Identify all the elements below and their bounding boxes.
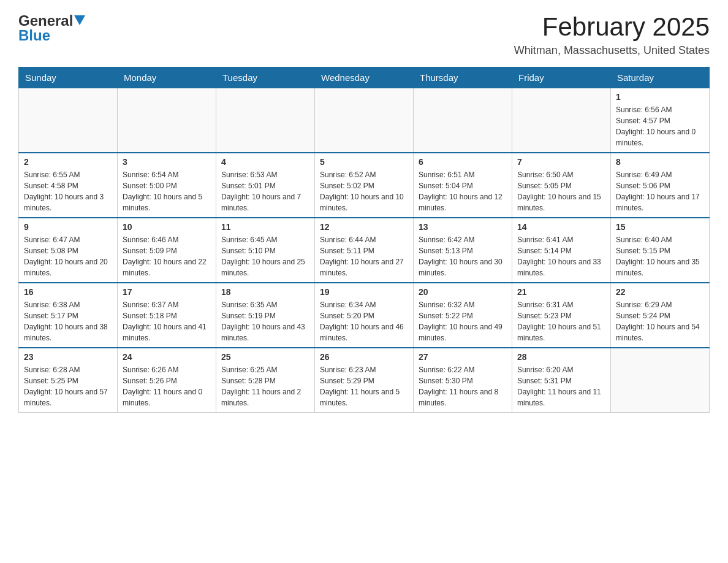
calendar-table: SundayMondayTuesdayWednesdayThursdayFrid…: [18, 67, 710, 413]
day-number: 1: [616, 92, 704, 102]
day-info: Sunrise: 6:53 AMSunset: 5:01 PMDaylight:…: [221, 169, 309, 213]
day-info: Sunrise: 6:26 AMSunset: 5:26 PMDaylight:…: [123, 364, 211, 408]
logo-flag-icon: [74, 15, 85, 28]
day-info: Sunrise: 6:49 AMSunset: 5:06 PMDaylight:…: [616, 169, 704, 213]
calendar-day-header: Wednesday: [315, 67, 414, 88]
day-info: Sunrise: 6:32 AMSunset: 5:22 PMDaylight:…: [419, 299, 507, 343]
day-number: 28: [517, 352, 605, 362]
calendar-day-header: Sunday: [19, 67, 118, 88]
day-number: 23: [24, 352, 112, 362]
day-info: Sunrise: 6:35 AMSunset: 5:19 PMDaylight:…: [221, 299, 309, 343]
day-info: Sunrise: 6:54 AMSunset: 5:00 PMDaylight:…: [123, 169, 211, 213]
location-title: Whitman, Massachusetts, United States: [514, 44, 710, 57]
calendar-week-row: 9Sunrise: 6:47 AMSunset: 5:08 PMDaylight…: [19, 218, 710, 283]
day-number: 27: [419, 352, 507, 362]
day-number: 9: [24, 222, 112, 232]
day-info: Sunrise: 6:40 AMSunset: 5:15 PMDaylight:…: [616, 234, 704, 278]
calendar-cell: 8Sunrise: 6:49 AMSunset: 5:06 PMDaylight…: [611, 153, 710, 218]
day-number: 19: [320, 287, 408, 297]
day-number: 24: [123, 352, 211, 362]
day-info: Sunrise: 6:20 AMSunset: 5:31 PMDaylight:…: [517, 364, 605, 408]
calendar-cell: [611, 348, 710, 413]
calendar-cell: 20Sunrise: 6:32 AMSunset: 5:22 PMDayligh…: [414, 283, 512, 348]
calendar-cell: 18Sunrise: 6:35 AMSunset: 5:19 PMDayligh…: [216, 283, 315, 348]
day-number: 22: [616, 287, 704, 297]
calendar-cell: [512, 88, 611, 153]
day-number: 26: [320, 352, 408, 362]
calendar-cell: 24Sunrise: 6:26 AMSunset: 5:26 PMDayligh…: [118, 348, 216, 413]
calendar-cell: 23Sunrise: 6:28 AMSunset: 5:25 PMDayligh…: [19, 348, 118, 413]
day-number: 25: [221, 352, 309, 362]
day-number: 4: [221, 157, 309, 167]
day-number: 13: [419, 222, 507, 232]
calendar-cell: 13Sunrise: 6:42 AMSunset: 5:13 PMDayligh…: [414, 218, 512, 283]
logo-blue-text: Blue: [18, 27, 50, 44]
day-number: 20: [419, 287, 507, 297]
day-number: 10: [123, 222, 211, 232]
day-number: 7: [517, 157, 605, 167]
calendar-day-header: Saturday: [611, 67, 710, 88]
day-info: Sunrise: 6:28 AMSunset: 5:25 PMDaylight:…: [24, 364, 112, 408]
day-info: Sunrise: 6:31 AMSunset: 5:23 PMDaylight:…: [517, 299, 605, 343]
calendar-cell: [216, 88, 315, 153]
calendar-cell: [19, 88, 118, 153]
calendar-week-row: 16Sunrise: 6:38 AMSunset: 5:17 PMDayligh…: [19, 283, 710, 348]
day-info: Sunrise: 6:23 AMSunset: 5:29 PMDaylight:…: [320, 364, 408, 408]
calendar-cell: [118, 88, 216, 153]
calendar-week-row: 1Sunrise: 6:56 AMSunset: 4:57 PMDaylight…: [19, 88, 710, 153]
day-number: 6: [419, 157, 507, 167]
calendar-day-header: Monday: [118, 67, 216, 88]
day-info: Sunrise: 6:41 AMSunset: 5:14 PMDaylight:…: [517, 234, 605, 278]
day-info: Sunrise: 6:51 AMSunset: 5:04 PMDaylight:…: [419, 169, 507, 213]
calendar-cell: 25Sunrise: 6:25 AMSunset: 5:28 PMDayligh…: [216, 348, 315, 413]
calendar-cell: 3Sunrise: 6:54 AMSunset: 5:00 PMDaylight…: [118, 153, 216, 218]
day-number: 5: [320, 157, 408, 167]
calendar-cell: 5Sunrise: 6:52 AMSunset: 5:02 PMDaylight…: [315, 153, 414, 218]
day-number: 2: [24, 157, 112, 167]
calendar-cell: 4Sunrise: 6:53 AMSunset: 5:01 PMDaylight…: [216, 153, 315, 218]
day-info: Sunrise: 6:46 AMSunset: 5:09 PMDaylight:…: [123, 234, 211, 278]
day-info: Sunrise: 6:50 AMSunset: 5:05 PMDaylight:…: [517, 169, 605, 213]
day-number: 17: [123, 287, 211, 297]
calendar-day-header: Friday: [512, 67, 611, 88]
calendar-cell: [414, 88, 512, 153]
calendar-cell: [315, 88, 414, 153]
calendar-header-row: SundayMondayTuesdayWednesdayThursdayFrid…: [19, 67, 710, 88]
day-number: 12: [320, 222, 408, 232]
day-number: 16: [24, 287, 112, 297]
day-number: 21: [517, 287, 605, 297]
logo: General Blue: [18, 12, 85, 44]
day-info: Sunrise: 6:55 AMSunset: 4:58 PMDaylight:…: [24, 169, 112, 213]
day-info: Sunrise: 6:22 AMSunset: 5:30 PMDaylight:…: [419, 364, 507, 408]
day-info: Sunrise: 6:34 AMSunset: 5:20 PMDaylight:…: [320, 299, 408, 343]
calendar-cell: 22Sunrise: 6:29 AMSunset: 5:24 PMDayligh…: [611, 283, 710, 348]
day-info: Sunrise: 6:47 AMSunset: 5:08 PMDaylight:…: [24, 234, 112, 278]
calendar-cell: 6Sunrise: 6:51 AMSunset: 5:04 PMDaylight…: [414, 153, 512, 218]
day-number: 3: [123, 157, 211, 167]
calendar-cell: 16Sunrise: 6:38 AMSunset: 5:17 PMDayligh…: [19, 283, 118, 348]
calendar-day-header: Tuesday: [216, 67, 315, 88]
calendar-cell: 2Sunrise: 6:55 AMSunset: 4:58 PMDaylight…: [19, 153, 118, 218]
calendar-week-row: 23Sunrise: 6:28 AMSunset: 5:25 PMDayligh…: [19, 348, 710, 413]
calendar-cell: 28Sunrise: 6:20 AMSunset: 5:31 PMDayligh…: [512, 348, 611, 413]
day-info: Sunrise: 6:25 AMSunset: 5:28 PMDaylight:…: [221, 364, 309, 408]
month-title: February 2025: [514, 12, 710, 42]
calendar-cell: 10Sunrise: 6:46 AMSunset: 5:09 PMDayligh…: [118, 218, 216, 283]
calendar-week-row: 2Sunrise: 6:55 AMSunset: 4:58 PMDaylight…: [19, 153, 710, 218]
calendar-cell: 27Sunrise: 6:22 AMSunset: 5:30 PMDayligh…: [414, 348, 512, 413]
day-number: 8: [616, 157, 704, 167]
day-info: Sunrise: 6:37 AMSunset: 5:18 PMDaylight:…: [123, 299, 211, 343]
calendar-cell: 1Sunrise: 6:56 AMSunset: 4:57 PMDaylight…: [611, 88, 710, 153]
calendar-cell: 7Sunrise: 6:50 AMSunset: 5:05 PMDaylight…: [512, 153, 611, 218]
day-info: Sunrise: 6:56 AMSunset: 4:57 PMDaylight:…: [616, 104, 704, 148]
calendar-cell: 17Sunrise: 6:37 AMSunset: 5:18 PMDayligh…: [118, 283, 216, 348]
day-info: Sunrise: 6:29 AMSunset: 5:24 PMDaylight:…: [616, 299, 704, 343]
calendar-cell: 21Sunrise: 6:31 AMSunset: 5:23 PMDayligh…: [512, 283, 611, 348]
calendar-cell: 12Sunrise: 6:44 AMSunset: 5:11 PMDayligh…: [315, 218, 414, 283]
calendar-cell: 11Sunrise: 6:45 AMSunset: 5:10 PMDayligh…: [216, 218, 315, 283]
day-number: 15: [616, 222, 704, 232]
day-info: Sunrise: 6:42 AMSunset: 5:13 PMDaylight:…: [419, 234, 507, 278]
day-info: Sunrise: 6:45 AMSunset: 5:10 PMDaylight:…: [221, 234, 309, 278]
page-header: General Blue February 2025 Whitman, Mass…: [18, 12, 710, 57]
day-info: Sunrise: 6:44 AMSunset: 5:11 PMDaylight:…: [320, 234, 408, 278]
